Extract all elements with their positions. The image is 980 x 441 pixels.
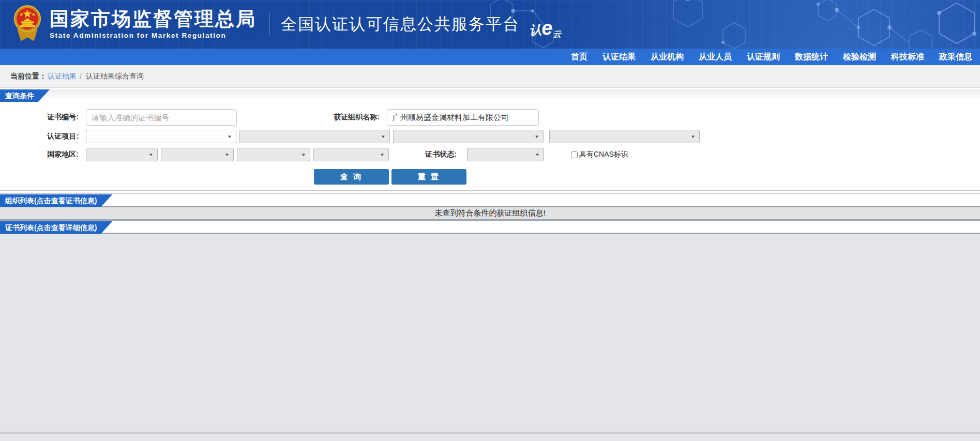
breadcrumb: 当前位置： 认证结果 / 认证结果综合查询 [0, 65, 980, 88]
nav-item-cert-results[interactable]: 认证结果 [602, 49, 636, 65]
breadcrumb-prefix: 当前位置： [10, 72, 47, 81]
org-name-title: 国家市场监督管理总局 [50, 9, 257, 29]
nav-item-statistics[interactable]: 数据统计 [795, 49, 828, 65]
site-header: 国家市场监督管理总局 State Administration for Mark… [0, 0, 980, 49]
cnas-checkbox-label: 具有CNAS标识 [579, 150, 628, 159]
chevron-down-icon: ▼ [380, 153, 385, 157]
header-divider [269, 12, 269, 36]
reset-button[interactable]: 重 置 [391, 169, 466, 185]
breadcrumb-link-cert-results[interactable]: 认证结果 [48, 72, 77, 81]
nav-item-procurement-info[interactable]: 政采信息 [939, 49, 972, 65]
cnas-checkbox[interactable] [571, 151, 578, 158]
chevron-down-icon: ▼ [301, 153, 306, 157]
chevron-down-icon: ▼ [148, 153, 154, 157]
search-button[interactable]: 查 询 [314, 169, 389, 185]
org-list-tab: 组织列表(点击查看证书信息) [0, 194, 112, 207]
logo-ren-char: 认 [529, 22, 542, 37]
nav-item-institutions[interactable]: 从业机构 [651, 49, 684, 65]
cert-status-select: ▼ [467, 148, 544, 161]
form-buttons-row: 查 询 重 置 [0, 169, 980, 185]
ren-e-yun-logo: 认e云 [529, 14, 562, 39]
cert-project-level1-select[interactable]: ▼ [86, 130, 236, 143]
region-label: 国家地区: [0, 150, 86, 159]
region-district-select: ▼ [313, 148, 389, 161]
form-row-cert-project: 认证项目: ▼ ▼ ▼ ▼ [0, 130, 980, 143]
nav-item-practitioners[interactable]: 从业人员 [699, 49, 732, 65]
empty-content-area [0, 234, 980, 434]
cert-project-level4-select: ▼ [549, 130, 700, 143]
chevron-down-icon: ▼ [224, 153, 230, 157]
main-navbar: 首页 认证结果 从业机构 从业人员 认证规则 数据统计 检验检测 科技标准 政采… [0, 49, 980, 65]
breadcrumb-current-page: 认证结果综合查询 [86, 72, 144, 81]
nav-item-inspection[interactable]: 检验检测 [843, 49, 876, 65]
logo-yun-char: 云 [553, 29, 562, 38]
query-section-tab-row: 查询条件 [0, 89, 980, 102]
cert-project-label: 认证项目: [0, 132, 86, 141]
chevron-down-icon: ▼ [690, 134, 696, 139]
chevron-down-icon: ▼ [227, 134, 232, 139]
chevron-down-icon: ▼ [535, 153, 540, 157]
cert-no-label: 证书编号: [0, 113, 86, 122]
nav-item-cert-rules[interactable]: 认证规则 [747, 49, 780, 65]
org-list-header-row: 组织列表(点击查看证书信息) [0, 194, 980, 207]
empty-result-message: 未查到符合条件的获证组织信息! [434, 208, 545, 218]
org-name-english: State Administration for Market Regulati… [50, 32, 257, 39]
org-list-empty-message-bar: 未查到符合条件的获证组织信息! [0, 207, 980, 221]
cert-project-level3-select: ▼ [393, 130, 544, 143]
query-conditions-section: 查询条件 证书编号: 获证组织名称: 认证项目: ▼ ▼ ▼ ▼ 国家地区: ▼… [0, 88, 980, 191]
form-row-certificate: 证书编号: 获证组织名称: [0, 109, 980, 126]
nav-item-home[interactable]: 首页 [571, 49, 587, 65]
national-emblem-logo [13, 5, 41, 44]
breadcrumb-separator: / [80, 72, 82, 81]
region-province-select: ▼ [161, 148, 234, 161]
logo-e-char: e [541, 17, 553, 39]
nav-item-tech-standards[interactable]: 科技标准 [891, 49, 924, 65]
cert-list-tab: 证书列表(点击查看详细信息) [0, 221, 112, 234]
form-row-region-status: 国家地区: ▼ ▼ ▼ ▼ 证书状态: ▼ 具有CNAS标识 [0, 148, 980, 161]
platform-title: 全国认证认可信息公共服务平台 [281, 13, 520, 35]
cert-no-input[interactable] [86, 109, 237, 126]
cnas-checkbox-group: 具有CNAS标识 [571, 150, 628, 159]
org-name-input[interactable] [387, 109, 539, 126]
chevron-down-icon: ▼ [534, 134, 539, 139]
cert-project-level2-select: ▼ [239, 130, 390, 143]
org-name-label: 获证组织名称: [237, 113, 387, 122]
query-conditions-tab: 查询条件 [0, 89, 50, 102]
region-country-select: ▼ [86, 148, 158, 161]
chevron-down-icon: ▼ [381, 134, 386, 139]
region-city-select: ▼ [237, 148, 310, 161]
cert-status-label: 证书状态: [389, 150, 462, 159]
cert-list-header-row: 证书列表(点击查看详细信息) [0, 221, 980, 234]
site-title-block: 国家市场监督管理总局 State Administration for Mark… [50, 9, 257, 39]
